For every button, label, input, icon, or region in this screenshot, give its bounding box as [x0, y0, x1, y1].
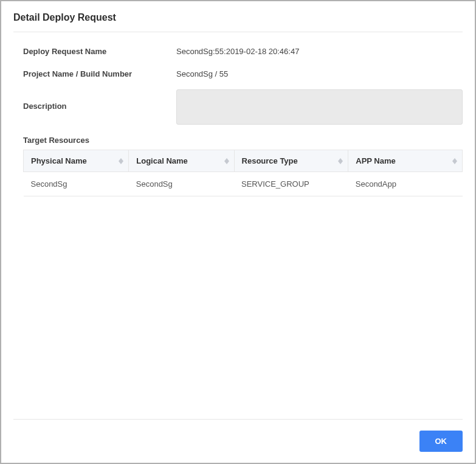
cell-app-name: SecondApp: [348, 172, 463, 196]
deploy-request-name-label: Deploy Request Name: [23, 44, 176, 56]
project-build-value: SecondSg / 55: [176, 67, 228, 78]
sort-icon[interactable]: [224, 158, 229, 164]
target-resources-title: Target Resources: [23, 136, 463, 145]
sort-icon[interactable]: [338, 158, 343, 164]
col-logical-name[interactable]: Logical Name: [129, 150, 234, 172]
col-app-name[interactable]: APP Name: [348, 150, 463, 172]
cell-logical-name: SecondSg: [129, 172, 234, 196]
sort-icon[interactable]: [452, 158, 457, 164]
description-label: Description: [23, 89, 176, 111]
field-description: Description: [23, 89, 463, 125]
col-logical-name-label: Logical Name: [136, 156, 188, 165]
description-box: [176, 89, 463, 125]
table-row: SecondSg SecondSg SERVICE_GROUP SecondAp…: [24, 172, 463, 196]
target-resources-table: Physical Name Logical Name Resource Type: [23, 150, 463, 196]
dialog-footer: OK: [13, 419, 463, 463]
sort-icon[interactable]: [119, 158, 123, 164]
dialog-body: Deploy Request Name SecondSg:55:2019-02-…: [1, 32, 475, 419]
col-physical-name[interactable]: Physical Name: [24, 150, 129, 172]
project-build-label: Project Name / Build Number: [23, 67, 176, 78]
col-physical-name-label: Physical Name: [31, 156, 87, 165]
dialog-title: Detail Deploy Request: [1, 1, 475, 32]
field-project-build: Project Name / Build Number SecondSg / 5…: [23, 67, 463, 78]
ok-button[interactable]: OK: [419, 431, 463, 452]
col-resource-type[interactable]: Resource Type: [234, 150, 348, 172]
col-app-name-label: APP Name: [356, 156, 396, 165]
table-header-row: Physical Name Logical Name Resource Type: [24, 150, 463, 172]
deploy-request-name-value: SecondSg:55:2019-02-18 20:46:47: [176, 44, 299, 56]
col-resource-type-label: Resource Type: [242, 156, 298, 165]
field-deploy-request-name: Deploy Request Name SecondSg:55:2019-02-…: [23, 44, 463, 56]
cell-physical-name: SecondSg: [24, 172, 129, 196]
cell-resource-type: SERVICE_GROUP: [234, 172, 348, 196]
